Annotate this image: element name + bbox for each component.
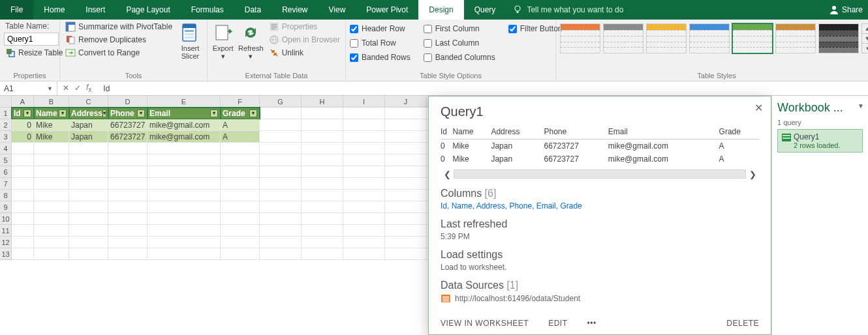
col-header-H[interactable]: H	[302, 96, 343, 108]
cell[interactable]	[34, 225, 69, 237]
cell[interactable]	[302, 225, 343, 237]
cell[interactable]	[69, 154, 108, 166]
col-header-B[interactable]: B	[34, 96, 69, 108]
preview-scrollbar[interactable]: ❮ ❯	[441, 168, 759, 180]
cell[interactable]	[385, 119, 427, 131]
cell[interactable]	[34, 178, 69, 190]
row-header-5[interactable]: 5	[0, 154, 12, 166]
cell[interactable]	[343, 190, 385, 201]
cell[interactable]	[343, 119, 385, 131]
tab-page-layout[interactable]: Page Layout	[116, 0, 180, 20]
table-header-Name[interactable]: Name▾	[34, 108, 69, 119]
cell[interactable]	[147, 213, 221, 225]
col-header-I[interactable]: I	[343, 96, 385, 108]
cell[interactable]	[108, 190, 147, 201]
tab-design[interactable]: Design	[418, 0, 463, 20]
cancel-formula-button[interactable]: ✕	[63, 83, 69, 93]
cell[interactable]	[260, 201, 302, 213]
row-header-6[interactable]: 6	[0, 166, 12, 178]
styles-more[interactable]: ▾	[862, 44, 868, 53]
tab-data[interactable]: Data	[234, 0, 271, 20]
cell[interactable]	[343, 178, 385, 190]
cell[interactable]	[302, 178, 343, 190]
cell[interactable]	[260, 143, 302, 154]
properties-button[interactable]: Properties	[268, 21, 341, 33]
cell[interactable]	[385, 108, 427, 119]
cell[interactable]	[147, 248, 221, 260]
export-button[interactable]: Export▾	[211, 21, 234, 60]
table-style-4[interactable]	[732, 23, 773, 53]
cell[interactable]	[260, 154, 302, 166]
row-header-13[interactable]: 13	[0, 248, 12, 260]
cell[interactable]	[108, 166, 147, 178]
filter-dropdown-icon[interactable]: ▾	[59, 109, 67, 117]
cell[interactable]	[343, 143, 385, 154]
row-header-9[interactable]: 9	[0, 201, 12, 213]
resize-table-button[interactable]: Resize Table	[4, 47, 64, 59]
cell[interactable]	[69, 225, 108, 237]
cell[interactable]	[302, 190, 343, 201]
cell[interactable]	[12, 178, 34, 190]
table-style-2[interactable]	[646, 23, 687, 53]
cell[interactable]	[147, 190, 221, 201]
cell[interactable]	[385, 237, 427, 248]
cell[interactable]	[302, 213, 343, 225]
tab-home[interactable]: Home	[33, 0, 75, 20]
table-header-Email[interactable]: Email▾	[147, 108, 221, 119]
cell[interactable]	[260, 213, 302, 225]
cell[interactable]	[12, 143, 34, 154]
cell[interactable]	[221, 166, 260, 178]
chk-last-column[interactable]: Last Column	[424, 38, 495, 48]
tab-query[interactable]: Query	[464, 0, 506, 20]
cell[interactable]	[221, 154, 260, 166]
cell[interactable]	[343, 154, 385, 166]
table-header-Grade[interactable]: Grade▾	[221, 108, 260, 119]
chk-banded-columns[interactable]: Banded Columns	[424, 52, 495, 63]
cell[interactable]	[12, 213, 34, 225]
tell-me[interactable]: Tell me what you want to do	[506, 0, 630, 20]
cell[interactable]	[34, 248, 69, 260]
col-header-E[interactable]: E	[147, 96, 221, 108]
delete-button[interactable]: DELETE	[726, 319, 759, 328]
open-browser-button[interactable]: Open in Browser	[268, 34, 341, 46]
cell[interactable]	[221, 213, 260, 225]
cell[interactable]	[302, 108, 343, 119]
cell[interactable]	[221, 201, 260, 213]
cell[interactable]	[12, 201, 34, 213]
tab-review[interactable]: Review	[271, 0, 318, 20]
table-style-5[interactable]	[775, 23, 816, 53]
cell[interactable]	[260, 237, 302, 248]
cell[interactable]	[34, 143, 69, 154]
cell[interactable]	[221, 225, 260, 237]
chk-banded-rows[interactable]: Banded Rows	[350, 52, 411, 63]
tab-file[interactable]: File	[0, 0, 33, 20]
chk-header-row[interactable]: Header Row	[350, 23, 411, 34]
cell[interactable]	[108, 225, 147, 237]
cell[interactable]	[69, 201, 108, 213]
cell[interactable]	[302, 143, 343, 154]
table-style-0[interactable]	[560, 23, 600, 53]
cell[interactable]	[147, 154, 221, 166]
col-header-F[interactable]: F	[221, 96, 260, 108]
query-item[interactable]: Query1 2 rows loaded.	[777, 129, 863, 153]
chk-total-row[interactable]: Total Row	[350, 38, 411, 48]
cell[interactable]	[343, 201, 385, 213]
cell[interactable]	[69, 237, 108, 248]
table-style-dark[interactable]	[818, 23, 859, 53]
row-header-10[interactable]: 10	[0, 213, 12, 225]
formula-value[interactable]: Id	[97, 84, 116, 93]
cell[interactable]	[34, 201, 69, 213]
cell[interactable]	[260, 190, 302, 201]
wq-dropdown-icon[interactable]: ▼	[858, 102, 864, 109]
row-header-3[interactable]: 3	[0, 131, 12, 143]
chk-first-column[interactable]: First Column	[424, 23, 495, 34]
cell[interactable]	[302, 201, 343, 213]
cell[interactable]	[343, 213, 385, 225]
filter-dropdown-icon[interactable]: ▾	[23, 109, 31, 117]
row-header-8[interactable]: 8	[0, 190, 12, 201]
cell[interactable]	[69, 213, 108, 225]
col-header-A[interactable]: A	[12, 96, 34, 108]
table-header-Phone[interactable]: Phone▾	[108, 108, 147, 119]
cell[interactable]	[221, 178, 260, 190]
col-header-J[interactable]: J	[385, 96, 427, 108]
